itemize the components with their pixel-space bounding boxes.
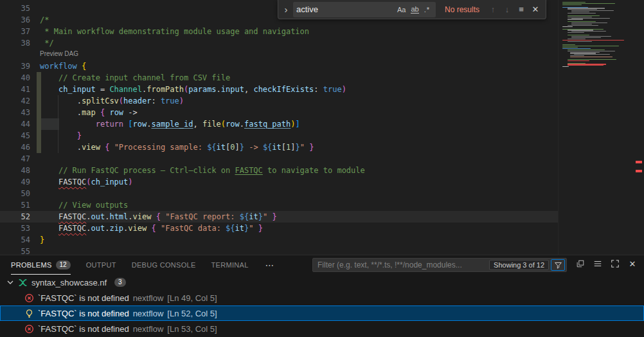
code-text: // View outputs (30, 199, 128, 211)
error-icon (24, 293, 34, 303)
find-in-selection-icon[interactable]: ≡ (515, 5, 527, 14)
problems-count-badge: Showing 3 of 12 (489, 260, 549, 270)
code-line[interactable]: 46 .view { "Processing sample: ${it[0]} … (0, 141, 558, 153)
panel-tab-bar: PROBLEMS12OUTPUTDEBUG CONSOLETERMINAL ⋯ … (0, 255, 644, 275)
problem-source: nextflow (133, 324, 164, 334)
minimap[interactable] (558, 0, 635, 255)
find-results-label: No results (445, 5, 479, 14)
panel-tab-label: TERMINAL (211, 261, 249, 269)
code-text: */ (30, 37, 54, 49)
code-line[interactable]: 50 (0, 188, 558, 199)
code-line[interactable]: 49 FASTQC(ch_input) (0, 176, 558, 188)
more-actions-icon[interactable]: ⋯ (265, 260, 274, 270)
problem-row[interactable]: `FASTQC` is not definednextflow[Ln 53, C… (0, 321, 644, 336)
code-text: // Create input channel from CSV file (30, 72, 230, 84)
line-number: 43 (0, 107, 30, 118)
problem-location: [Ln 49, Col 5] (167, 293, 217, 303)
line-number: 40 (0, 72, 30, 84)
find-input[interactable]: active Aa ab .* (293, 2, 436, 17)
panel-tabs: PROBLEMS12OUTPUTDEBUG CONSOLETERMINAL (11, 256, 264, 275)
code-text: workflow { (30, 60, 86, 72)
code-line[interactable]: 52 FASTQC.out.html.view { "FastQC report… (0, 211, 558, 223)
code-editor[interactable]: 3536/*37 * Main workflow demonstrating m… (0, 0, 644, 255)
overview-ruler-error-mark (636, 161, 642, 163)
overview-ruler-error-mark (636, 170, 642, 172)
panel-tab-label: DEBUG CONSOLE (132, 261, 196, 269)
toggle-replace-icon[interactable]: › (282, 1, 291, 19)
problem-row[interactable]: `FASTQC` is not definednextflow[Ln 52, C… (0, 305, 644, 321)
vscode-window: { "find_widget": { "toggle": "›", "query… (0, 0, 644, 337)
line-number: 49 (0, 176, 30, 188)
panel-tab-label: OUTPUT (86, 261, 116, 269)
code-text: return [row.sample_id, file(row.fastq_pa… (30, 118, 300, 130)
next-match-icon[interactable]: ↓ (501, 5, 513, 14)
line-number: 47 (0, 153, 30, 165)
code-line[interactable]: 39workflow { (0, 60, 558, 72)
code-line[interactable]: 48 // Run FastQC process — Ctrl—click on… (0, 165, 558, 176)
code-line[interactable]: 45 } (0, 130, 558, 141)
line-number: 35 (0, 3, 30, 14)
line-number: 46 (0, 141, 30, 153)
line-number: 52 (0, 211, 30, 223)
code-line[interactable]: 42 .splitCsv(header: true) (0, 95, 558, 107)
panel-tab-problems[interactable]: PROBLEMS12 (11, 256, 71, 275)
file-problem-count-badge: 3 (114, 278, 126, 287)
code-text: FASTQC(ch_input) (30, 176, 133, 188)
filter-funnel-icon[interactable] (551, 259, 565, 271)
panel-tab-debug-console[interactable]: DEBUG CONSOLE (132, 256, 196, 275)
view-as-table-icon[interactable] (593, 259, 603, 269)
code-line[interactable]: 40 // Create input channel from CSV file (0, 72, 558, 84)
match-case-icon[interactable]: Aa (397, 6, 406, 14)
problem-message: `FASTQC` is not defined (38, 309, 129, 318)
collapse-all-icon[interactable] (575, 259, 586, 269)
code-text: FASTQC.out.zip.view { "FastQC data: ${it… (30, 223, 263, 234)
line-number: 42 (0, 95, 30, 107)
problems-filter-input[interactable]: Filter (e.g. text, **/*.ts, !**/node_mod… (312, 258, 567, 272)
problem-message: `FASTQC` is not defined (38, 324, 129, 334)
line-number: 39 (0, 60, 30, 72)
find-query-text: active (296, 5, 395, 14)
line-number: 54 (0, 234, 30, 246)
regex-icon[interactable]: .* (424, 6, 430, 14)
code-line[interactable]: 37 * Main workflow demonstrating module … (0, 26, 558, 37)
line-number: 44 (0, 118, 30, 130)
code-line[interactable]: 44 return [row.sample_id, file(row.fastq… (0, 118, 558, 130)
maximize-panel-icon[interactable] (610, 259, 620, 269)
chevron-down-icon (5, 277, 15, 287)
lightbulb-icon (24, 308, 34, 318)
code-line[interactable]: 54} (0, 234, 558, 246)
code-text: FASTQC.out.html.view { "FastQC report: $… (30, 211, 277, 223)
line-number: 37 (0, 26, 30, 37)
code-line[interactable]: 47 (0, 153, 558, 165)
problem-source: nextflow (133, 309, 164, 318)
panel-tab-terminal[interactable]: TERMINAL (211, 256, 249, 275)
code-lens-preview-dag[interactable]: Preview DAG (0, 49, 558, 60)
minimap-line (562, 68, 634, 68)
code-line[interactable]: 41 ch_input = Channel.fromPath(params.in… (0, 84, 558, 95)
problems-panel: PROBLEMS12OUTPUTDEBUG CONSOLETERMINAL ⋯ … (0, 255, 644, 337)
filter-placeholder: Filter (e.g. text, **/*.ts, !**/node_mod… (318, 260, 489, 269)
whole-word-icon[interactable]: ab (411, 5, 418, 14)
code-text (30, 3, 40, 14)
line-number: 36 (0, 14, 30, 26)
line-number: 38 (0, 37, 30, 49)
close-find-icon[interactable]: ✕ (530, 5, 541, 14)
code-text: ch_input = Channel.fromPath(params.input… (30, 84, 346, 95)
error-icon (24, 323, 34, 334)
code-text: .view { "Processing sample: ${it[0]} -> … (30, 141, 314, 153)
code-text: .map { row -> (30, 107, 138, 118)
code-text: * Main workflow demonstrating module usa… (30, 26, 309, 37)
previous-match-icon[interactable]: ↑ (487, 5, 499, 14)
editor-lines: 3536/*37 * Main workflow demonstrating m… (0, 0, 558, 257)
problems-file-group[interactable]: syntax_showcase.nf 3 (0, 275, 644, 290)
code-line[interactable]: 51 // View outputs (0, 199, 558, 211)
code-line[interactable]: 53 FASTQC.out.zip.view { "FastQC data: $… (0, 223, 558, 234)
code-text: } (30, 234, 44, 246)
code-text (30, 188, 40, 199)
problem-row[interactable]: `FASTQC` is not definednextflow[Ln 49, C… (0, 290, 644, 305)
code-line[interactable]: 38 */ (0, 37, 558, 49)
code-line[interactable]: 43 .map { row -> (0, 107, 558, 118)
line-number: 45 (0, 130, 30, 141)
close-panel-icon[interactable]: ✕ (627, 259, 638, 269)
panel-tab-output[interactable]: OUTPUT (86, 256, 116, 275)
